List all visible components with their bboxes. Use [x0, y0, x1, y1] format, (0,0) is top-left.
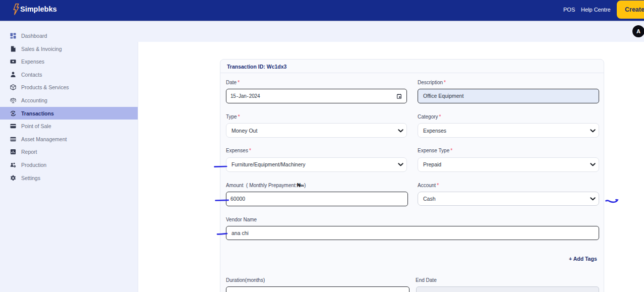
svg-text:₦: ₦: [12, 112, 15, 115]
